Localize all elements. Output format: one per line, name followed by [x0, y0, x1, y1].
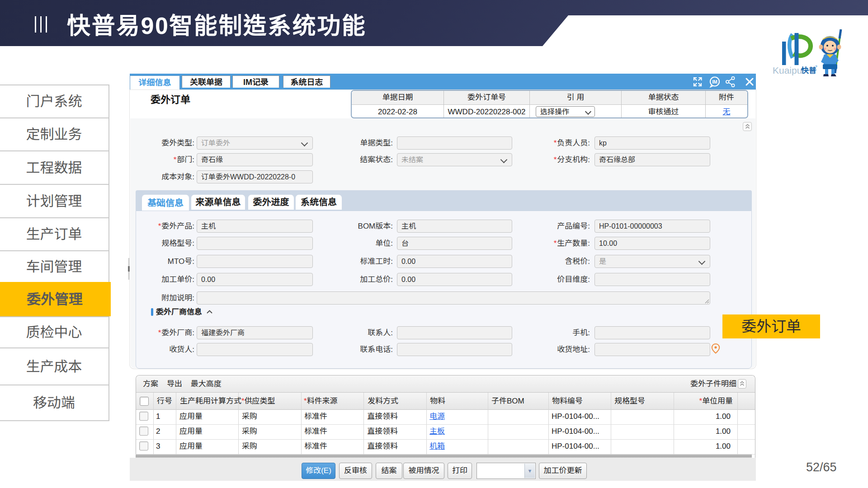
svg-text:Kuaipu: Kuaipu [773, 65, 802, 75]
svg-text:IM: IM [712, 79, 717, 84]
svg-text:快普: 快普 [801, 66, 816, 75]
svg-text:✳: ✳ [815, 65, 818, 68]
